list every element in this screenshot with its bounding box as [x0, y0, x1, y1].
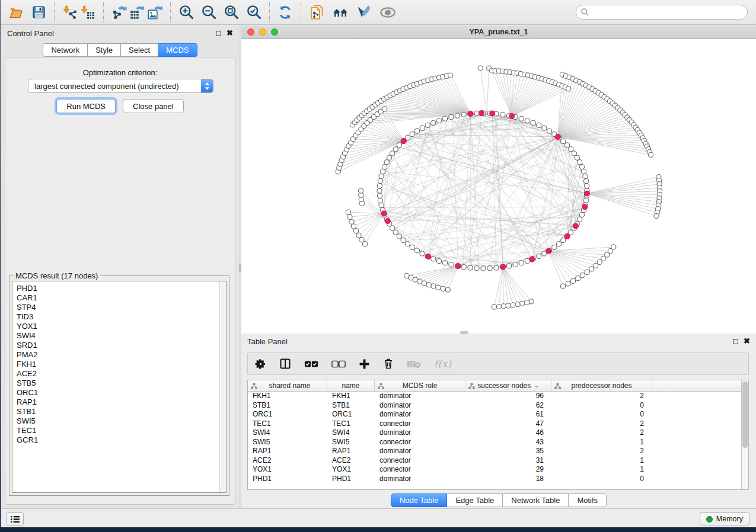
table-scrollbar[interactable]: [741, 380, 748, 489]
table-cell[interactable]: TEC1: [248, 419, 327, 429]
table-cell[interactable]: ORC1: [248, 410, 327, 419]
mcds-result-item[interactable]: SWI5: [12, 416, 219, 426]
table-cell[interactable]: dominator: [375, 410, 465, 419]
export-image-icon[interactable]: [146, 4, 164, 21]
float-panel-icon[interactable]: [216, 31, 221, 36]
network-overview-icon[interactable]: [331, 4, 349, 21]
table-cell[interactable]: 35: [465, 447, 551, 456]
horizontal-splitter-handle[interactable]: [460, 331, 468, 334]
table-cell[interactable]: FKH1: [327, 392, 375, 401]
column-header-predecessor-nodes[interactable]: predecessor nodes: [551, 380, 652, 391]
table-cell[interactable]: 2: [551, 392, 652, 401]
table-cell[interactable]: [652, 410, 741, 419]
table-cell[interactable]: ACE2: [327, 456, 375, 466]
table-cell[interactable]: 29: [465, 465, 551, 475]
share-network-document-icon[interactable]: [308, 4, 326, 21]
delete-column-icon[interactable]: [383, 358, 394, 370]
table-row[interactable]: STB1STB1dominator620: [248, 401, 741, 411]
mcds-result-item[interactable]: STB1: [12, 407, 219, 416]
memory-button[interactable]: Memory: [700, 512, 749, 525]
table-cell[interactable]: 0: [551, 410, 652, 419]
close-panel-icon[interactable]: ✖: [227, 30, 233, 36]
table-cell[interactable]: YOX1: [248, 465, 327, 475]
float-table-panel-icon[interactable]: [733, 339, 738, 344]
mcds-result-item[interactable]: SWI4: [12, 331, 219, 341]
refresh-view-icon[interactable]: [276, 4, 294, 21]
table-options-gear-icon[interactable]: [255, 358, 266, 370]
table-cell[interactable]: connector: [375, 465, 465, 475]
table-row[interactable]: SWI5SWI5connector431: [248, 438, 741, 447]
mcds-result-item[interactable]: SRD1: [12, 341, 219, 350]
table-row[interactable]: FKH1FKH1dominator962: [248, 392, 741, 401]
table-cell[interactable]: SWI4: [248, 428, 327, 438]
table-row[interactable]: ACE2ACE2connector311: [248, 456, 741, 466]
table-cell[interactable]: SWI5: [327, 438, 375, 447]
table-cell[interactable]: 31: [465, 456, 551, 466]
tab-edge-table[interactable]: Edge Table: [447, 493, 503, 507]
table-cell[interactable]: 0: [551, 401, 652, 411]
mcds-result-item[interactable]: GCR1: [12, 435, 219, 445]
table-cell[interactable]: ACE2: [248, 456, 327, 466]
tab-motifs[interactable]: Motifs: [569, 493, 607, 507]
deselect-all-icon[interactable]: [331, 360, 346, 368]
table-cell[interactable]: 1: [551, 456, 652, 466]
add-column-icon[interactable]: [359, 358, 370, 370]
zoom-out-icon[interactable]: [200, 4, 218, 21]
table-cell[interactable]: 61: [465, 410, 551, 419]
table-cell[interactable]: TEC1: [327, 419, 375, 429]
mcds-result-item[interactable]: PMA2: [12, 350, 219, 360]
table-cell[interactable]: connector: [375, 456, 465, 466]
table-cell[interactable]: 1: [551, 438, 652, 447]
mcds-result-item[interactable]: STP4: [12, 303, 219, 312]
show-graphics-details-icon[interactable]: [379, 4, 397, 21]
table-cell[interactable]: [652, 401, 741, 411]
search-input[interactable]: [576, 5, 748, 20]
table-cell[interactable]: ORC1: [327, 410, 375, 419]
zoom-selected-icon[interactable]: [245, 4, 263, 21]
table-cell[interactable]: 2: [551, 419, 652, 429]
table-cell[interactable]: FKH1: [248, 392, 327, 401]
task-history-button[interactable]: [6, 512, 24, 525]
table-cell[interactable]: 47: [465, 419, 551, 429]
table-cell[interactable]: PHD1: [327, 475, 375, 484]
table-cell[interactable]: [652, 428, 741, 438]
table-cell[interactable]: dominator: [375, 392, 465, 401]
mcds-result-item[interactable]: PHD1: [12, 284, 219, 293]
table-scrollbar-thumb[interactable]: [742, 382, 748, 448]
export-network-icon[interactable]: [110, 4, 128, 21]
table-cell[interactable]: 18: [465, 475, 551, 484]
tab-style[interactable]: Style: [88, 43, 121, 57]
table-cell[interactable]: STB1: [248, 401, 327, 411]
tab-select[interactable]: Select: [121, 43, 158, 57]
tab-network-table[interactable]: Network Table: [503, 493, 569, 507]
table-cell[interactable]: 2: [551, 428, 652, 438]
criterion-dropdown[interactable]: largest connected component (undirected): [28, 79, 213, 93]
table-row[interactable]: PHD1PHD1dominator180: [248, 475, 741, 484]
import-network-icon[interactable]: [61, 4, 79, 21]
tab-node-table[interactable]: Node Table: [391, 493, 448, 507]
table-row[interactable]: RAP1RAP1dominator352: [248, 447, 741, 456]
tab-mcds[interactable]: MCDS: [158, 43, 197, 57]
table-cell[interactable]: 62: [465, 401, 551, 411]
select-all-icon[interactable]: [304, 360, 318, 368]
table-cell[interactable]: connector: [375, 419, 465, 429]
column-header-mcds-role[interactable]: MCDS role: [375, 380, 465, 391]
run-mcds-button[interactable]: Run MCDS: [56, 99, 116, 113]
mcds-result-item[interactable]: TID3: [12, 312, 219, 322]
open-file-icon[interactable]: [7, 4, 25, 21]
annotation-pen-icon[interactable]: [354, 4, 372, 21]
close-table-panel-icon[interactable]: ✖: [744, 338, 750, 344]
zoom-in-icon[interactable]: [177, 4, 195, 21]
table-cell[interactable]: dominator: [375, 428, 465, 438]
import-table-icon[interactable]: [79, 4, 97, 21]
mcds-result-item[interactable]: TEC1: [12, 426, 219, 435]
table-cell[interactable]: dominator: [375, 401, 465, 411]
network-canvas[interactable]: [241, 39, 756, 334]
table-cell[interactable]: YOX1: [327, 465, 375, 475]
table-cell[interactable]: 96: [465, 392, 551, 401]
table-cell[interactable]: [652, 465, 741, 475]
table-cell[interactable]: connector: [375, 438, 465, 447]
table-row[interactable]: SWI4SWI4dominator462: [248, 428, 741, 438]
mcds-result-item[interactable]: ACE2: [12, 369, 219, 379]
table-cell[interactable]: SWI4: [327, 428, 375, 438]
